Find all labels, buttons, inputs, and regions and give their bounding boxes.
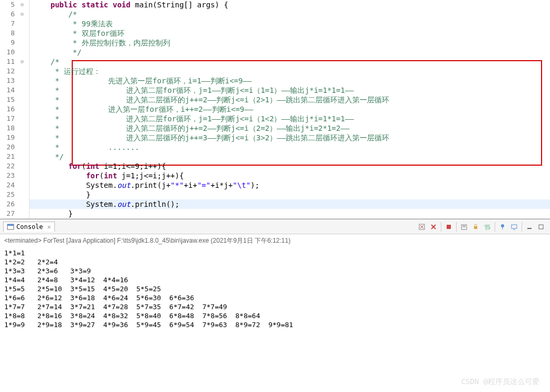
- gutter-line: 15: [0, 95, 29, 104]
- fold-marker[interactable]: ⊖: [16, 9, 28, 19]
- fold-marker[interactable]: [16, 66, 28, 76]
- max-icon[interactable]: [536, 222, 546, 232]
- code-line[interactable]: * 先进入第一层for循环，i=1——判断i<=9——: [30, 76, 550, 85]
- code-line[interactable]: for(int j=1;j<=i;j++){: [30, 171, 550, 180]
- code-line[interactable]: * 进入第二层for循环，j=1——判断j<=i（1<2）——输出j*i=1*1…: [30, 114, 550, 123]
- line-number: 6: [0, 9, 16, 19]
- line-number: 25: [0, 190, 16, 199]
- code-line[interactable]: }: [30, 190, 550, 199]
- code-line[interactable]: * 99乘法表: [30, 19, 550, 28]
- line-number: 23: [0, 171, 16, 180]
- fold-marker[interactable]: [16, 199, 28, 209]
- fold-marker[interactable]: [16, 190, 28, 199]
- scroll-lock-icon[interactable]: [470, 222, 481, 232]
- gutter-line: 17: [0, 114, 29, 123]
- fold-marker[interactable]: [16, 152, 28, 161]
- clear-icon[interactable]: [459, 222, 469, 232]
- code-line[interactable]: * 进入第二层循环的j++=3——判断j<=i（3>2）——跳出第二层循环进入第…: [30, 133, 550, 142]
- fold-marker[interactable]: [16, 133, 28, 142]
- fold-marker[interactable]: [16, 47, 28, 57]
- gutter-line: 6⊖: [0, 9, 29, 19]
- fold-marker[interactable]: [16, 161, 28, 171]
- svg-rect-1: [7, 224, 14, 226]
- word-wrap-icon[interactable]: [482, 222, 493, 232]
- toolbar-separator: [456, 222, 457, 232]
- pin-icon[interactable]: [497, 222, 508, 232]
- line-number: 9: [0, 38, 16, 47]
- gutter-line: 10: [0, 47, 29, 57]
- code-line[interactable]: /*: [30, 9, 550, 19]
- fold-marker[interactable]: ⊖: [16, 57, 28, 66]
- code-line[interactable]: * 进入第二层循环的j++=2——判断j<=i（2>1）——跳出第二层循环进入第…: [30, 95, 550, 104]
- display-icon[interactable]: [509, 222, 519, 232]
- gutter-line: 5⊖: [0, 0, 29, 9]
- svg-point-12: [501, 224, 504, 227]
- gutter-line: 21: [0, 152, 29, 161]
- line-number: 11: [0, 57, 16, 66]
- line-number: 21: [0, 152, 16, 161]
- code-line[interactable]: /*: [30, 57, 550, 66]
- remove-all-icon[interactable]: [428, 222, 439, 232]
- line-number: 5: [0, 0, 16, 9]
- line-number: 19: [0, 133, 16, 142]
- gutter: 5⊖6⊖7891011⊖1213141516171819202122232425…: [0, 0, 30, 218]
- line-number: 12: [0, 66, 16, 76]
- svg-rect-11: [474, 226, 477, 229]
- svg-rect-14: [512, 225, 517, 228]
- console-toolbar: Console ✕: [0, 219, 550, 234]
- code-line[interactable]: for(int i=1;i<=9;i++){: [30, 161, 550, 171]
- fold-marker[interactable]: [16, 76, 28, 85]
- fold-marker[interactable]: [16, 142, 28, 152]
- code-line[interactable]: * 进入第一层for循环，i++=2——判断i<=9——: [30, 104, 550, 114]
- code-line[interactable]: System.out.println();: [30, 199, 550, 209]
- gutter-line: 19: [0, 133, 29, 142]
- fold-marker[interactable]: [16, 123, 28, 133]
- toolbar-buttons: [416, 222, 547, 232]
- fold-marker[interactable]: [16, 85, 28, 95]
- gutter-line: 12: [0, 66, 29, 76]
- code-line[interactable]: public static void main(String[] args) {: [30, 0, 550, 9]
- toolbar-separator: [522, 222, 522, 232]
- fold-marker[interactable]: [16, 114, 28, 123]
- close-icon[interactable]: ✕: [47, 223, 51, 231]
- terminate-icon[interactable]: [443, 222, 454, 232]
- line-number: 26: [0, 199, 16, 209]
- code-line[interactable]: * 进入第二层for循环，j=1——判断j<=i（1=1）——输出j*i=1*1…: [30, 85, 550, 95]
- code-line[interactable]: }: [30, 209, 550, 218]
- code-line[interactable]: */: [30, 152, 550, 161]
- fold-marker[interactable]: [16, 104, 28, 114]
- line-number: 22: [0, 161, 16, 171]
- fold-marker[interactable]: [16, 38, 28, 47]
- gutter-line: 24: [0, 180, 29, 190]
- min-icon[interactable]: [524, 222, 535, 232]
- code-line[interactable]: * .......: [30, 142, 550, 152]
- toolbar-separator: [495, 222, 495, 232]
- code-line[interactable]: * 双层for循环: [30, 28, 550, 38]
- code-line[interactable]: * 进入第二层循环的j++=2——判断j<=i（2=2）——输出j*i=2*1=…: [30, 123, 550, 133]
- fold-marker[interactable]: [16, 19, 28, 28]
- fold-marker[interactable]: [16, 28, 28, 38]
- fold-marker[interactable]: [16, 209, 28, 218]
- gutter-line: 7: [0, 19, 29, 28]
- code-area[interactable]: public static void main(String[] args) {…: [30, 0, 550, 218]
- gutter-line: 23: [0, 171, 29, 180]
- fold-marker[interactable]: [16, 171, 28, 180]
- fold-marker[interactable]: ⊖: [16, 0, 28, 9]
- line-number: 8: [0, 28, 16, 38]
- remove-launch-icon[interactable]: [417, 222, 427, 232]
- console-tab[interactable]: Console ✕: [3, 222, 55, 232]
- fold-marker[interactable]: [16, 180, 28, 190]
- code-line[interactable]: * 运行过程：: [30, 66, 550, 76]
- console-status: <terminated> ForTest [Java Application] …: [0, 234, 550, 247]
- console-icon: [7, 223, 14, 231]
- code-line[interactable]: */: [30, 47, 550, 57]
- fold-marker[interactable]: [16, 95, 28, 104]
- console-output[interactable]: 1*1=1 1*2=2 2*2=4 1*3=3 2*3=6 3*3=9 1*4=…: [0, 247, 550, 330]
- line-number: 16: [0, 104, 16, 114]
- code-line[interactable]: * 外层控制行数，内层控制列: [30, 38, 550, 47]
- code-line[interactable]: System.out.print(j+"*"+i+"="+i*j+"\t");: [30, 180, 550, 190]
- gutter-line: 18: [0, 123, 29, 133]
- console-panel: Console ✕ <terminated> ForTest [Java App…: [0, 219, 550, 330]
- line-number: 7: [0, 19, 16, 28]
- console-tab-label: Console: [16, 223, 43, 231]
